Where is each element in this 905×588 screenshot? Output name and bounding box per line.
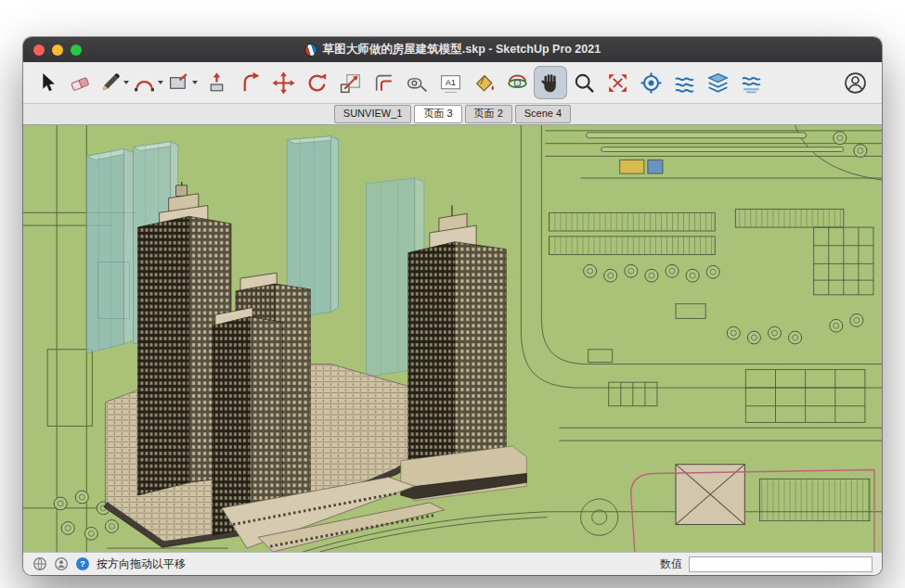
desktop: 草图大师做的房屋建筑模型.skp - SketchUp Pro 2021 xyxy=(0,0,905,588)
pencil-icon xyxy=(98,71,122,95)
tab-scene-4[interactable]: Scene 4 xyxy=(515,105,571,123)
move-tool[interactable] xyxy=(266,66,300,99)
text-tool-glyph: A1 xyxy=(446,78,456,87)
select-icon xyxy=(35,71,58,95)
eraser-icon xyxy=(69,71,92,95)
waves-icon xyxy=(673,71,696,95)
look-around-tool[interactable] xyxy=(667,66,701,99)
follow-me-icon xyxy=(239,71,262,95)
toolbar: A1 xyxy=(23,62,882,104)
layers-icon xyxy=(706,71,730,95)
dropdown-caret-icon xyxy=(192,81,198,84)
follow-me-tool[interactable] xyxy=(233,66,266,99)
dropdown-caret-icon xyxy=(123,81,129,84)
credits-icon xyxy=(54,556,69,571)
fog-tool[interactable] xyxy=(734,66,768,99)
viewport-canvas[interactable] xyxy=(23,125,882,552)
model-viewport xyxy=(23,125,882,552)
pan-hand-icon xyxy=(539,71,562,95)
zoom-extents-tool[interactable] xyxy=(601,66,634,99)
select-tool[interactable] xyxy=(30,66,63,99)
paint-bucket-icon xyxy=(472,71,496,95)
measurements-label: 数值 xyxy=(660,556,682,572)
push-pull-tool[interactable] xyxy=(200,66,233,99)
orbit-icon xyxy=(506,71,529,95)
plaza-details xyxy=(620,160,663,173)
paint-bucket-tool[interactable] xyxy=(467,66,500,99)
fog-icon xyxy=(740,71,763,95)
scene-tabs: SUNVIEW_1 页面 3 页面 2 Scene 4 xyxy=(23,104,882,125)
position-camera-tool[interactable] xyxy=(634,66,667,99)
geolocation-button[interactable] xyxy=(32,556,47,571)
sketchup-logo-icon xyxy=(304,44,317,57)
geolocation-icon xyxy=(32,556,47,571)
text-icon: A1 xyxy=(439,71,462,95)
help-button[interactable]: ? xyxy=(75,556,90,571)
dropdown-caret-icon xyxy=(158,81,163,84)
zoom-tool[interactable] xyxy=(567,66,601,99)
position-camera-icon xyxy=(640,71,663,95)
scale-tool[interactable] xyxy=(333,66,367,99)
styles-tool[interactable] xyxy=(701,66,734,99)
push-pull-icon xyxy=(205,71,228,95)
offset-icon xyxy=(372,71,395,95)
tape-measure-icon xyxy=(406,71,429,95)
pan-tool[interactable] xyxy=(534,66,567,99)
titlebar: 草图大师做的房屋建筑模型.skp - SketchUp Pro 2021 xyxy=(23,37,882,62)
rotate-tool[interactable] xyxy=(300,66,333,99)
status-hint: 按方向拖动以平移 xyxy=(97,556,186,572)
scale-icon xyxy=(339,71,362,95)
orbit-tool[interactable] xyxy=(500,66,534,99)
text-tool[interactable]: A1 xyxy=(433,66,467,99)
help-icon: ? xyxy=(75,556,90,571)
measurements-input[interactable] xyxy=(689,556,873,572)
tab-sunview-1[interactable]: SUNVIEW_1 xyxy=(334,105,412,123)
magnifier-icon xyxy=(573,71,596,95)
offset-tool[interactable] xyxy=(367,66,400,99)
minimize-button[interactable] xyxy=(52,45,63,56)
credits-button[interactable] xyxy=(54,556,69,571)
move-icon xyxy=(272,71,295,95)
window-title-text: 草图大师做的房屋建筑模型.skp - SketchUp Pro 2021 xyxy=(323,42,601,58)
arc-icon xyxy=(133,71,156,95)
window-controls xyxy=(33,37,82,62)
close-button[interactable] xyxy=(33,45,45,56)
window-title: 草图大师做的房屋建筑模型.skp - SketchUp Pro 2021 xyxy=(23,42,882,58)
zoom-button[interactable] xyxy=(71,45,82,56)
user-icon xyxy=(843,70,868,96)
sketchup-window: 草图大师做的房屋建筑模型.skp - SketchUp Pro 2021 xyxy=(23,37,882,575)
statusbar: ? 按方向拖动以平移 数值 xyxy=(23,552,882,575)
help-glyph: ? xyxy=(80,558,85,569)
rotate-icon xyxy=(305,71,329,95)
tab-page-3[interactable]: 页面 3 xyxy=(414,105,461,123)
arc-tool[interactable] xyxy=(131,66,165,99)
eraser-tool[interactable] xyxy=(63,66,97,99)
rectangle-tool[interactable] xyxy=(165,66,200,99)
zoom-extents-icon xyxy=(606,71,629,95)
line-tool[interactable] xyxy=(97,66,131,99)
tab-page-2[interactable]: 页面 2 xyxy=(465,105,512,123)
account-button[interactable] xyxy=(838,66,872,99)
tape-measure-tool[interactable] xyxy=(400,66,433,99)
rectangle-icon xyxy=(167,71,190,95)
